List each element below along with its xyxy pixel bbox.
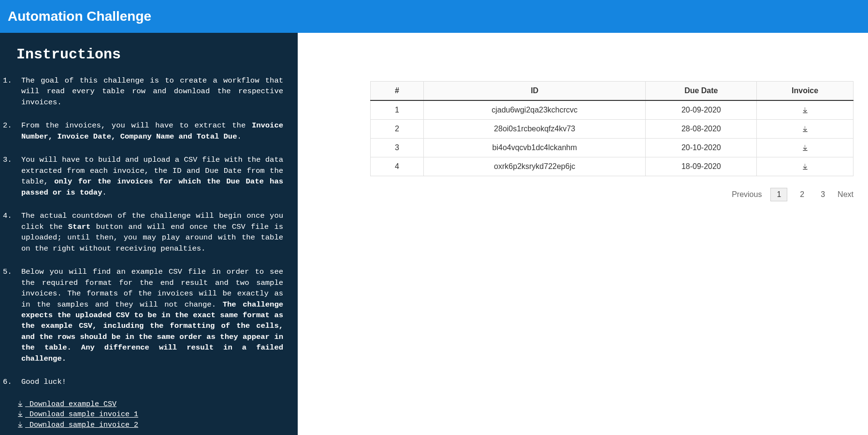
pagination: Previous 1 2 3 Next — [370, 188, 854, 201]
download-icon — [16, 400, 24, 408]
cell-id: 28oi0s1rcbeokqfz4kv73 — [423, 120, 646, 139]
download-icon — [801, 162, 809, 170]
instruction-item-1: The goal of this challenge is to create … — [16, 75, 283, 108]
download-invoice-button[interactable] — [757, 100, 854, 120]
instruction-item-5: Below you will find an example CSV file … — [16, 267, 283, 364]
download-invoice-button[interactable] — [757, 120, 854, 139]
table-header-row: # ID Due Date Invoice — [371, 82, 854, 101]
cell-num: 4 — [371, 157, 424, 176]
col-header-id: ID — [423, 82, 646, 101]
app-header: Automation Challenge — [0, 0, 868, 33]
pagination-page-2[interactable]: 2 — [796, 188, 808, 201]
instruction-text: . — [102, 188, 106, 197]
download-sample-invoice-1-link[interactable]: Download sample invoice 1 — [16, 410, 283, 419]
download-example-csv-link[interactable]: Download example CSV — [16, 400, 283, 408]
downloads-section: Download example CSV Download sample inv… — [16, 400, 283, 429]
main-container: Instructions The goal of this challenge … — [0, 33, 868, 435]
content-area: # ID Due Date Invoice 1 cjadu6wgi2qa23kc… — [298, 33, 868, 435]
pagination-next[interactable]: Next — [838, 190, 854, 199]
instruction-bold: The challenge expects the uploaded CSV t… — [21, 300, 283, 363]
col-header-due: Due Date — [646, 82, 757, 101]
pagination-page-3[interactable]: 3 — [817, 188, 829, 201]
cell-id: bi4o4vqcvb1dc4lckanhm — [423, 139, 646, 157]
download-icon — [801, 106, 809, 114]
download-link-label: Download sample invoice 1 — [25, 411, 138, 419]
app-title: Automation Challenge — [8, 9, 151, 24]
col-header-num: # — [371, 82, 424, 101]
download-invoice-button[interactable] — [757, 157, 854, 176]
cell-due: 18-09-2020 — [646, 157, 757, 176]
col-header-invoice: Invoice — [757, 82, 854, 101]
table-row: 1 cjadu6wgi2qa23kchcrcvc 20-09-2020 — [371, 100, 854, 120]
instructions-list: The goal of this challenge is to create … — [6, 75, 283, 388]
download-link-label: Download example CSV — [25, 400, 116, 408]
table-row: 4 oxrk6p2ksrykd722ep6jc 18-09-2020 — [371, 157, 854, 176]
instructions-sidebar: Instructions The goal of this challenge … — [0, 33, 298, 435]
cell-id: cjadu6wgi2qa23kchcrcvc — [423, 100, 646, 120]
invoice-table: # ID Due Date Invoice 1 cjadu6wgi2qa23kc… — [370, 81, 854, 176]
download-icon — [16, 410, 24, 419]
pagination-previous[interactable]: Previous — [732, 190, 762, 199]
download-icon — [16, 421, 24, 429]
download-invoice-button[interactable] — [757, 139, 854, 157]
cell-num: 1 — [371, 100, 424, 120]
instruction-item-4: The actual countdown of the challenge wi… — [16, 210, 283, 254]
cell-due: 28-08-2020 — [646, 120, 757, 139]
cell-due: 20-09-2020 — [646, 100, 757, 120]
instruction-item-3: You will have to build and upload a CSV … — [16, 154, 283, 198]
table-row: 3 bi4o4vqcvb1dc4lckanhm 20-10-2020 — [371, 139, 854, 157]
instruction-text: From the invoices, you will have to extr… — [21, 121, 252, 130]
instruction-bold: only for the invoices for which the Due … — [21, 177, 283, 196]
cell-num: 3 — [371, 139, 424, 157]
instruction-bold: Start — [68, 223, 91, 231]
download-icon — [801, 125, 809, 133]
cell-due: 20-10-2020 — [646, 139, 757, 157]
instruction-text: Good luck! — [21, 378, 66, 386]
cell-num: 2 — [371, 120, 424, 139]
cell-id: oxrk6p2ksrykd722ep6jc — [423, 157, 646, 176]
download-icon — [801, 143, 809, 152]
instruction-item-6: Good luck! — [16, 377, 283, 387]
pagination-page-1[interactable]: 1 — [770, 188, 787, 201]
instruction-item-2: From the invoices, you will have to extr… — [16, 120, 283, 142]
instruction-text: . — [237, 132, 241, 141]
instructions-heading: Instructions — [16, 46, 283, 63]
download-sample-invoice-2-link[interactable]: Download sample invoice 2 — [16, 421, 283, 429]
instruction-text: The goal of this challenge is to create … — [21, 76, 283, 107]
table-row: 2 28oi0s1rcbeokqfz4kv73 28-08-2020 — [371, 120, 854, 139]
download-link-label: Download sample invoice 2 — [25, 421, 138, 429]
